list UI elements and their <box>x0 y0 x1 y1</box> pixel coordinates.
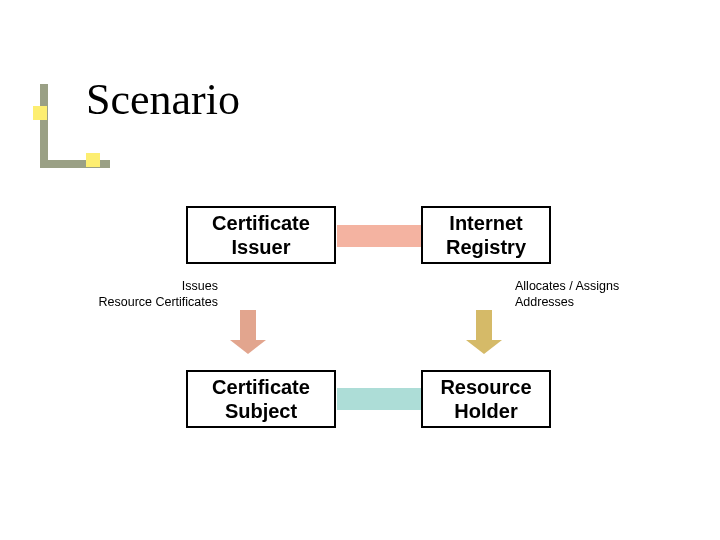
connector-top <box>337 225 421 247</box>
annotation-issues: Issues Resource Certificates <box>78 278 218 311</box>
annotation-line: Addresses <box>515 294 685 310</box>
box-line: Registry <box>446 235 526 259</box>
box-line: Resource <box>440 375 531 399</box>
annotation-line: Resource Certificates <box>78 294 218 310</box>
slide-title: Scenario <box>86 74 240 125</box>
box-line: Certificate <box>212 211 310 235</box>
box-line: Issuer <box>232 235 291 259</box>
connector-bottom <box>337 388 421 410</box>
box-line: Subject <box>225 399 297 423</box>
box-internet-registry: Internet Registry <box>421 206 551 264</box>
annotation-allocates: Allocates / Assigns Addresses <box>515 278 685 311</box>
arrow-down-icon <box>466 310 502 354</box>
annotation-line: Issues <box>78 278 218 294</box>
annotation-line: Allocates / Assigns <box>515 278 685 294</box>
box-resource-holder: Resource Holder <box>421 370 551 428</box>
box-certificate-subject: Certificate Subject <box>186 370 336 428</box>
box-line: Internet <box>449 211 522 235</box>
box-certificate-issuer: Certificate Issuer <box>186 206 336 264</box>
box-line: Holder <box>454 399 517 423</box>
arrow-down-icon <box>230 310 266 354</box>
box-line: Certificate <box>212 375 310 399</box>
slide: Scenario Certificate Issuer Internet Reg… <box>0 0 720 540</box>
